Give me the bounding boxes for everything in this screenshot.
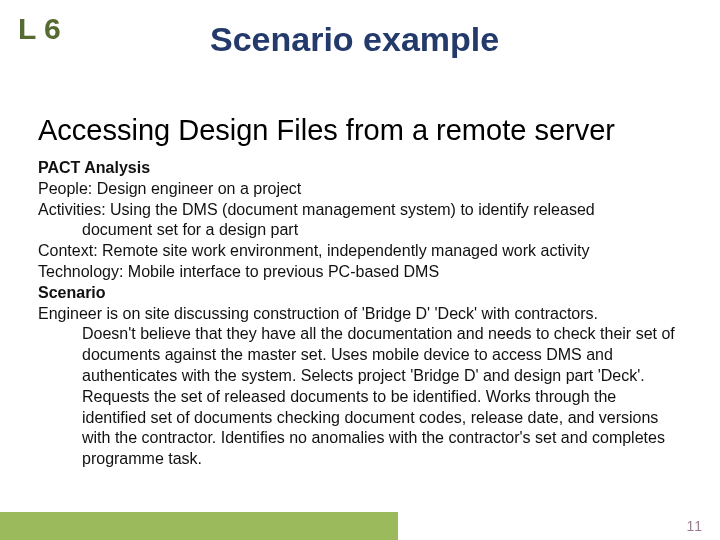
scenario-body: Doesn't believe that they have all the d… xyxy=(38,324,682,470)
pact-activities-line2: document set for a design part xyxy=(38,220,682,241)
lecture-badge: L 6 xyxy=(18,12,61,46)
page-number: 11 xyxy=(686,518,702,534)
footer-accent-bar xyxy=(0,512,398,540)
scenario-heading: Scenario xyxy=(38,283,682,304)
pact-technology: Technology: Mobile interface to previous… xyxy=(38,262,682,283)
pact-people: People: Design engineer on a project xyxy=(38,179,682,200)
slide-subtitle: Accessing Design Files from a remote ser… xyxy=(38,114,615,147)
pact-context: Context: Remote site work environment, i… xyxy=(38,241,682,262)
pact-heading: PACT Analysis xyxy=(38,158,682,179)
slide-body: PACT Analysis People: Design engineer on… xyxy=(38,158,682,470)
slide-title: Scenario example xyxy=(210,20,499,59)
slide: L 6 Scenario example Accessing Design Fi… xyxy=(0,0,720,540)
scenario-line1: Engineer is on site discussing construct… xyxy=(38,304,682,325)
pact-activities-line1: Activities: Using the DMS (document mana… xyxy=(38,200,682,221)
